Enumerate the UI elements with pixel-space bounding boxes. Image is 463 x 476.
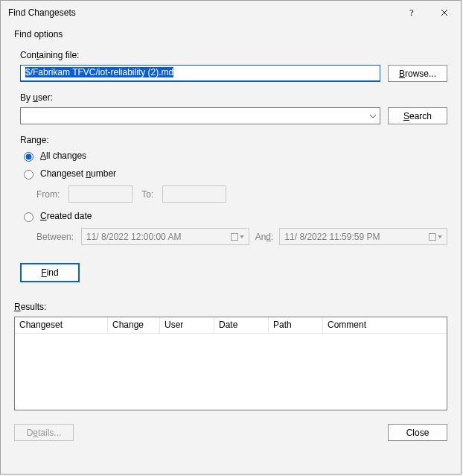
window-title: Find Changesets xyxy=(8,7,395,18)
browse-button[interactable]: Browse... xyxy=(388,65,447,82)
results-table-header: ChangesetChangeUserDatePathComment xyxy=(15,317,447,334)
column-header[interactable]: Change xyxy=(108,317,160,333)
column-header[interactable]: Date xyxy=(214,317,269,333)
close-button[interactable]: Close xyxy=(388,424,447,441)
close-icon xyxy=(441,9,448,16)
results-label: Results: xyxy=(14,302,447,312)
between-start-datepicker: 11/ 8/2022 12:00:00 AM xyxy=(81,228,249,245)
find-changesets-dialog: Find Changesets ? Find options Containin… xyxy=(0,0,462,475)
changeset-number-label: Changeset number xyxy=(40,168,116,179)
all-changes-radio-input[interactable] xyxy=(24,152,33,162)
range-label: Range: xyxy=(20,135,447,145)
changeset-number-radio[interactable]: Changeset number xyxy=(20,168,447,180)
svg-text:?: ? xyxy=(409,7,414,18)
svg-rect-1 xyxy=(231,233,237,240)
find-options-label: Find options xyxy=(14,29,447,39)
all-changes-label: All changes xyxy=(40,150,86,161)
between-start-value: 11/ 8/2022 12:00:00 AM xyxy=(86,232,181,242)
close-window-button[interactable] xyxy=(428,1,461,25)
all-changes-radio[interactable]: All changes xyxy=(20,150,447,162)
and-label: And: xyxy=(255,232,274,242)
containing-file-value: $/Fabrikam TFVC/iot-reliability (2).md xyxy=(25,67,173,77)
help-icon: ? xyxy=(408,7,415,18)
created-date-radio-input[interactable] xyxy=(24,212,33,222)
from-label: From: xyxy=(36,189,60,200)
to-label: To: xyxy=(141,189,153,200)
chevron-down-icon xyxy=(369,114,377,118)
titlebar: Find Changesets ? xyxy=(1,1,461,25)
find-button[interactable]: Find xyxy=(20,263,80,282)
results-table[interactable]: ChangesetChangeUserDatePathComment xyxy=(14,317,447,410)
containing-file-label: Containing file: xyxy=(20,50,447,60)
by-user-label: By user: xyxy=(20,92,447,103)
between-label: Between: xyxy=(36,232,75,242)
column-header[interactable]: Changeset xyxy=(15,317,108,333)
column-header[interactable]: Comment xyxy=(323,317,447,333)
help-button[interactable]: ? xyxy=(395,1,428,25)
by-user-combobox[interactable] xyxy=(20,107,380,124)
changeset-number-radio-input[interactable] xyxy=(24,170,33,180)
calendar-dropdown-icon xyxy=(231,233,244,241)
created-date-radio[interactable]: Created date xyxy=(20,210,447,222)
svg-rect-2 xyxy=(430,233,436,240)
between-end-datepicker: 11/ 8/2022 11:59:59 PM xyxy=(279,228,447,245)
details-button: Details... xyxy=(14,424,74,441)
column-header[interactable]: User xyxy=(160,317,214,333)
from-input xyxy=(68,185,132,203)
created-date-label: Created date xyxy=(40,211,92,221)
containing-file-input[interactable]: $/Fabrikam TFVC/iot-reliability (2).md xyxy=(20,65,380,82)
to-input xyxy=(162,185,226,203)
search-button[interactable]: Search xyxy=(388,107,447,124)
calendar-dropdown-icon xyxy=(429,233,442,241)
between-end-value: 11/ 8/2022 11:59:59 PM xyxy=(284,232,380,242)
column-header[interactable]: Path xyxy=(269,317,323,333)
